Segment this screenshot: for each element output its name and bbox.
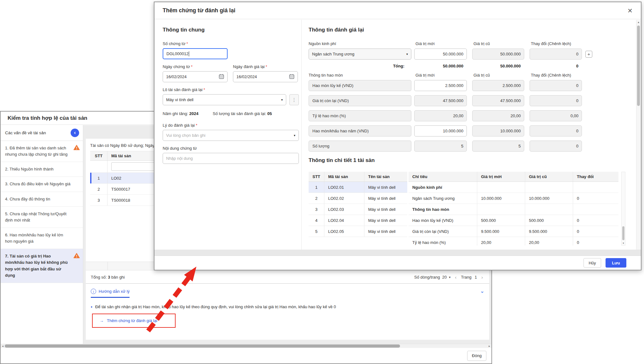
asset-row[interactable]: 5 LO02.05 Máy vi tính dell (309, 226, 407, 237)
content-label: Nội dung chứng từ (163, 146, 299, 151)
calendar-icon[interactable] (289, 74, 294, 80)
code-filter-input[interactable] (111, 162, 156, 171)
collapse-chevron-icon[interactable]: ⌄ (480, 289, 484, 293)
sidebar-item-4[interactable]: 4. Chưa đầy đủ thông tin (1, 192, 83, 207)
sidebar-item-5[interactable]: 5. Chưa cập nhật Thông tư/Quyết định mới… (1, 207, 83, 228)
asset-row[interactable]: 2 LO02.02 Máy vi tính dell (309, 193, 407, 204)
value-text: 0 (576, 52, 578, 56)
col-header-new: Giá trị mới (477, 172, 525, 182)
doc-date-input[interactable]: 16/02/2024 (163, 71, 228, 82)
sidebar-item-7[interactable]: 7. Tài sản có giá trị Hao mòn/khấu hao l… (1, 249, 83, 283)
filter-spacer (90, 161, 107, 172)
funding-source-select[interactable]: Ngân sách Trung ương ▾ (309, 49, 411, 60)
add-revaluation-doc-label: Thêm chứng từ đánh giá lại (107, 318, 157, 323)
scroll-up-icon[interactable]: ▴ (636, 20, 641, 24)
total-old: 50.000.000 (472, 64, 524, 68)
value-text: 50.000.000 (443, 52, 463, 56)
reval-date-input[interactable]: 16/02/2024 (233, 71, 298, 82)
total-change: 0 (530, 64, 582, 68)
scrollbar-thumb[interactable] (637, 26, 640, 106)
col-header-new: Giá trị mới (414, 73, 467, 78)
add-funding-button[interactable]: + (585, 51, 592, 58)
col-header-criterion: Chỉ tiêu (409, 172, 477, 182)
close-window-button[interactable]: Đóng (467, 351, 486, 361)
dep-new-input[interactable]: 2.500.000 (414, 80, 467, 91)
dep-row-yearly: Hao mòn/khấu hao năm (VND) 10.000.000 10… (309, 125, 625, 136)
metric-row: Nguồn kinh phí (409, 182, 618, 193)
asset-row[interactable]: 4 LO02.04 Máy vi tính dell (309, 215, 407, 226)
col-header-name: Tên tài sản (364, 174, 407, 179)
prev-page-button[interactable]: ‹ (454, 274, 458, 280)
scroll-down-icon[interactable]: ▾ (622, 241, 625, 245)
modal-title: Thêm chứng từ đánh giá lại (163, 7, 235, 14)
modal-vertical-scrollbar[interactable]: ▴ (636, 20, 641, 250)
collapse-back-button[interactable]: ‹ (71, 129, 79, 137)
funding-new-input[interactable]: 50.000.000 (414, 49, 467, 60)
metric-table-scrollbar[interactable]: ▾ (621, 172, 625, 246)
cancel-button[interactable]: Hủy (583, 258, 601, 268)
reason-select[interactable]: Vui lòng chọn bản ghi ▾ (163, 130, 299, 141)
value-text: 0 (576, 144, 578, 148)
window-footer: Đóng (1, 348, 491, 363)
cell-stt: 2 (309, 193, 324, 204)
asset-row[interactable]: 1 LO02.01 Máy vi tính dell (309, 182, 407, 193)
rows-per-page-select[interactable]: Số dòng/trang 20 ▾ (414, 275, 450, 280)
cell-criterion: Nguồn kinh phí (409, 182, 477, 193)
label-text: Hao mòn/khấu hao năm (VND) (312, 129, 368, 133)
save-button[interactable]: Lưu (606, 258, 626, 268)
scrollbar-thumb[interactable] (5, 344, 400, 348)
cell-name: Máy vi tính dell (364, 185, 407, 190)
metric-row: Thông tin hao mòn (409, 204, 618, 215)
metric-table-header: Chỉ tiêu Giá trị mới Giá trị cũ Thay đổi (409, 172, 618, 182)
next-page-button[interactable]: › (480, 274, 484, 280)
cell-criterion: Thông tin hao mòn (409, 204, 477, 215)
horizontal-scrollbar[interactable]: ◂ ▸ (1, 344, 491, 348)
cell-code: LO02.03 (324, 204, 364, 215)
cell-new (477, 204, 525, 215)
tab-guide[interactable]: i Hướng dẫn xử lý (91, 289, 130, 298)
cell-stt: 3 (90, 195, 107, 205)
total-row: Tổng: 50.000.000 50.000.000 0 (309, 64, 625, 68)
required-mark: * (191, 64, 193, 69)
content-input[interactable]: Nhập nội dung (163, 153, 299, 164)
cell-old: 500.000 (525, 215, 573, 226)
label-text: Ngày chứng từ (163, 64, 190, 69)
more-options-button[interactable]: ⋮ (289, 94, 299, 105)
reval-date-value: 16/02/2024 (236, 74, 257, 79)
doc-date-value: 16/02/2024 (166, 74, 187, 79)
add-revaluation-doc-link[interactable]: → Thêm chứng từ đánh giá lại (100, 318, 157, 323)
cell-code: LO02.04 (324, 215, 364, 226)
col-header-new: Giá trị mới (414, 41, 467, 46)
asset-table-header: STT Mã tài sản Tên tài sản (309, 172, 407, 182)
sidebar-item-6[interactable]: 6. Hao mòn/khấu hao lũy kế lớn hơn nguyê… (1, 228, 83, 249)
lot-select[interactable]: Máy vi tính dell ▾ (163, 94, 286, 105)
col-header-old: Giá trị cũ (472, 41, 524, 46)
dep-row-accumulated: Hao mòn lũy kế (VND) 2.500.000 2.500.000… (309, 80, 625, 91)
modal-scroll-strip (154, 250, 641, 256)
scroll-right-icon[interactable]: ▸ (487, 344, 491, 348)
close-icon[interactable]: ✕ (627, 7, 633, 14)
asset-row[interactable]: 3 LO02.03 Máy vi tính dell (309, 204, 407, 215)
col-header-change: Thay đổi (573, 174, 618, 179)
sidebar-item-1[interactable]: 1. Đã thêm tài sản vào danh sách nhưng c… (1, 141, 83, 162)
doc-no-input[interactable]: DGL000012 (163, 48, 228, 59)
dep-row-label: Tỷ lệ hao mòn (%) (309, 110, 411, 121)
sidebar-item-label: 3. Chưa đủ điều kiện về Nguyên giá (5, 182, 70, 186)
doc-date-label: Ngày chứng từ* (163, 64, 228, 69)
lot-field: Lô tài sản đánh giá lại* Máy vi tính del… (163, 87, 299, 105)
bullet-icon: • (91, 304, 92, 310)
col-header-old: Giá trị cũ (472, 73, 524, 78)
warning-icon (73, 253, 80, 260)
dep-new-input[interactable]: 10.000.000 (414, 125, 467, 136)
label-text: Hao mòn lũy kế (VND) (312, 83, 353, 88)
scroll-left-icon[interactable]: ◂ (1, 344, 5, 348)
calendar-icon[interactable] (219, 74, 224, 80)
sidebar-item-3[interactable]: 3. Chưa đủ điều kiện về Nguyên giá (1, 177, 83, 192)
dep-row-label: Hao mòn lũy kế (VND) (309, 80, 411, 91)
label-text: Lý do đánh giá lại (163, 123, 195, 128)
total-label: Tổng số: (91, 275, 107, 280)
total-records: Tổng số: 3 bản ghi (91, 275, 125, 280)
sidebar-item-2[interactable]: 2. Thiếu Nguồn hình thành (1, 162, 83, 177)
depreciation-heading: Thông tin hao mòn (309, 73, 411, 78)
scrollbar-thumb[interactable] (622, 226, 624, 240)
